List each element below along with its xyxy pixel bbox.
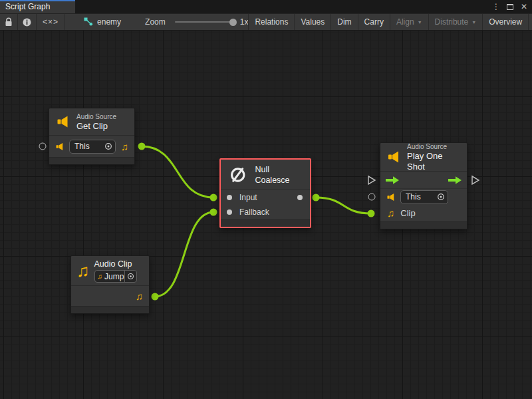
target-port[interactable] <box>368 194 376 201</box>
object-picker-icon[interactable] <box>102 142 115 150</box>
music-note-icon: ♫ <box>136 291 143 301</box>
close-icon[interactable]: ✕ <box>519 1 529 12</box>
flow-in-arrow-icon <box>385 176 400 185</box>
info-button[interactable] <box>18 14 37 30</box>
toolbar: <×> enemy Zoom 1x Relations Values Dim C… <box>0 13 532 31</box>
node-subtitle: Audio Source <box>407 142 460 151</box>
object-picker-icon[interactable] <box>124 271 136 282</box>
relations-button[interactable]: Relations <box>248 14 295 30</box>
node-null-coalesce[interactable]: Null Coalesce Input Fallback <box>219 158 311 228</box>
align-button[interactable]: Align▼ <box>390 14 429 30</box>
graph-icon <box>84 17 93 27</box>
node-title: Play One Shot <box>407 151 460 172</box>
chevron-down-icon: ▼ <box>418 20 422 25</box>
menu-dots-icon[interactable]: ⋮ <box>491 1 501 12</box>
node-title: Get Clip <box>76 121 116 132</box>
input-port[interactable] <box>227 195 232 200</box>
lock-icon <box>5 17 13 27</box>
audio-source-icon <box>386 193 396 201</box>
script-graph-window: Script Graph ⋮ ✕ <×> <box>0 0 532 399</box>
values-button[interactable]: Values <box>295 14 331 30</box>
lock-button[interactable] <box>0 14 18 30</box>
output-port[interactable] <box>297 195 303 200</box>
null-icon <box>229 165 247 185</box>
code-icon: <×> <box>43 17 59 27</box>
target-field[interactable]: This <box>400 190 448 204</box>
node-play-one-shot[interactable]: Audio Source Play One Shot <box>380 142 467 229</box>
titlebar: Script Graph ⋮ ✕ <box>0 0 532 13</box>
fallback-port[interactable] <box>227 209 232 215</box>
carry-button[interactable]: Carry <box>358 14 390 30</box>
zoom-slider-handle[interactable] <box>229 19 237 26</box>
distribute-button[interactable]: Distribute▼ <box>429 14 483 30</box>
tab-title: Script Graph <box>5 2 50 11</box>
chevron-down-icon: ▼ <box>471 20 476 25</box>
code-view-button[interactable]: <×> <box>37 14 65 30</box>
flow-input-port[interactable] <box>368 176 376 186</box>
overview-button[interactable]: Overview <box>483 14 529 30</box>
input-port[interactable] <box>39 143 47 150</box>
audio-source-icon <box>55 142 65 151</box>
zoom-control: Zoom 1x <box>145 14 248 30</box>
node-title: Audio Clip <box>94 259 137 269</box>
target-field[interactable]: This <box>69 140 116 154</box>
music-note-icon: ♫ <box>121 142 128 152</box>
node-audio-clip[interactable]: ♫ Audio Clip ♫ Jump ♫ <box>70 255 150 314</box>
zoom-slider[interactable] <box>175 21 233 23</box>
dim-button[interactable]: Dim <box>331 14 358 30</box>
audio-source-icon <box>56 115 70 128</box>
fullscreen-button[interactable]: Full Screen <box>529 14 532 30</box>
node-get-clip[interactable]: Audio Source Get Clip This ♫ <box>49 108 135 165</box>
music-note-icon: ♫ <box>387 208 394 218</box>
music-note-icon: ♫ <box>76 262 90 279</box>
flow-out-arrow-icon <box>448 176 462 185</box>
info-icon <box>23 18 31 27</box>
tab-script-graph[interactable]: Script Graph <box>0 0 75 13</box>
node-title: Null Coalesce <box>255 164 302 186</box>
clip-field[interactable]: ♫ Jump <box>94 270 137 283</box>
breadcrumb[interactable]: enemy <box>77 14 128 30</box>
flow-output-port[interactable] <box>471 176 480 186</box>
object-picker-icon[interactable] <box>434 193 448 201</box>
zoom-value: 1x <box>240 17 249 27</box>
maximize-icon[interactable] <box>505 1 515 12</box>
toolbar-buttons: Relations Values Dim Carry Align▼ Distri… <box>248 14 532 30</box>
node-subtitle: Audio Source <box>76 112 116 121</box>
breadcrumb-label: enemy <box>97 17 121 27</box>
zoom-label: Zoom <box>145 17 166 27</box>
music-note-icon: ♫ <box>98 273 103 280</box>
audio-source-icon <box>387 150 401 164</box>
